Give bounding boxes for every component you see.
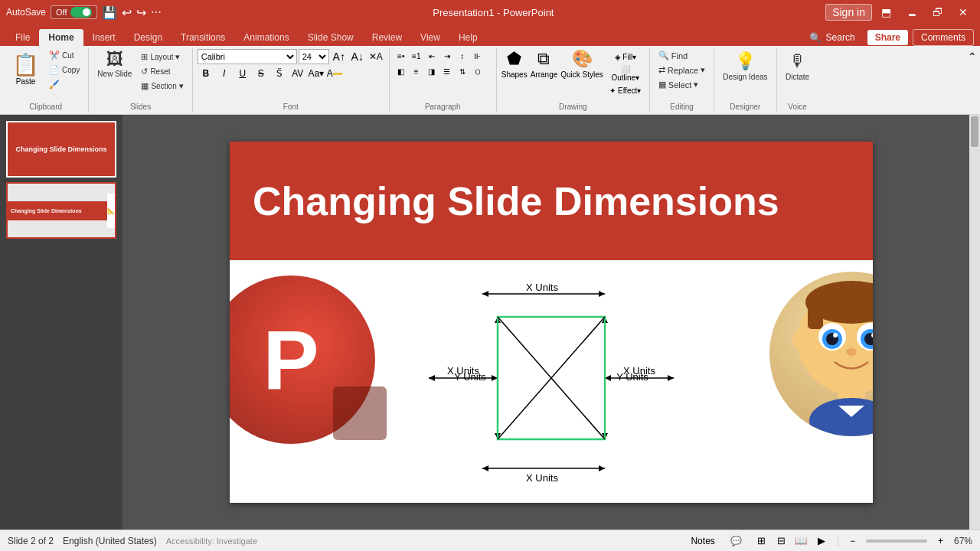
format-painter-button[interactable]: 🖌️ (45, 78, 83, 91)
tab-animations[interactable]: Animations (234, 29, 298, 46)
autosave-toggle[interactable] (70, 7, 92, 18)
tab-view[interactable]: View (411, 29, 449, 46)
layout-button[interactable]: ⊞ Layout ▾ (137, 51, 187, 64)
paragraph-label: Paragraph (425, 101, 461, 111)
section-button[interactable]: ▦ Section ▾ (137, 80, 187, 93)
titlebar-title: Presentation1 - PowerPoint (433, 7, 554, 18)
font-grow-button[interactable]: A↑ (331, 49, 348, 64)
tab-transitions[interactable]: Transitions (172, 29, 234, 46)
tab-review[interactable]: Review (363, 29, 411, 46)
tab-slideshow[interactable]: Slide Show (299, 29, 363, 46)
new-slide-button[interactable]: 🖼 New Slide (93, 49, 136, 80)
copy-button[interactable]: 📄 Copy (45, 64, 83, 77)
font-color-button[interactable]: A (326, 66, 343, 81)
dictate-button[interactable]: 🎙 Dictate (782, 49, 814, 83)
signin-button[interactable]: Sign in (825, 4, 872, 21)
normal-view-button[interactable]: ⊞ (753, 533, 771, 549)
slideshow-view-button[interactable]: ▶ (812, 533, 831, 549)
shadow-button[interactable]: S̈ (271, 66, 288, 81)
slide-sorter-button[interactable]: ⊟ (773, 533, 791, 549)
align-center-button[interactable]: ≡ (410, 64, 423, 78)
ribbon-right: 🔍 Search Share Comments (809, 29, 974, 46)
align-left-button[interactable]: ◧ (394, 64, 408, 78)
strikethrough-button[interactable]: S (253, 66, 270, 81)
svg-marker-2 (599, 291, 605, 297)
columns-button[interactable]: ⊪ (471, 49, 485, 63)
font-color-bar (333, 73, 342, 75)
design-ideas-button[interactable]: 💡 Design Ideas (719, 49, 771, 83)
reset-button[interactable]: ↺ Reset (137, 65, 187, 78)
comments-status-button[interactable]: 💬 (726, 534, 746, 548)
slide-thumb-2[interactable]: Changing Slide Dimensions 📐 (6, 182, 116, 239)
zoom-out-button[interactable]: − (845, 534, 860, 548)
bullets-button[interactable]: ≡• (394, 49, 408, 63)
tab-design[interactable]: Design (125, 29, 172, 46)
vert-scrollbar[interactable] (969, 115, 980, 530)
tab-home[interactable]: Home (39, 29, 83, 46)
more-icon[interactable]: ⋯ (151, 6, 162, 18)
search-label[interactable]: Search (826, 32, 855, 43)
minimize-button[interactable]: 🗕 (900, 5, 923, 20)
svg-rect-20 (808, 295, 823, 329)
notes-button[interactable]: Notes (686, 534, 719, 548)
character-svg (769, 272, 873, 436)
paste-button[interactable]: 📋 Paste (8, 49, 44, 91)
autosave-badge[interactable]: Off (51, 5, 96, 19)
bold-button[interactable]: B (198, 66, 214, 81)
underline-button[interactable]: U (234, 66, 251, 81)
zoom-slider[interactable] (866, 540, 927, 543)
collapse-ribbon-button[interactable]: ⌃ (968, 51, 977, 63)
clear-format-button[interactable]: ✕A (368, 49, 384, 64)
reading-view-button[interactable]: 📖 (792, 533, 811, 549)
justify-button[interactable]: ☰ (440, 64, 454, 78)
svg-marker-10 (429, 375, 435, 381)
char-space-button[interactable]: AV (289, 66, 306, 81)
align-right-button[interactable]: ◨ (425, 64, 439, 78)
line-spacing-button[interactable]: ↕ (456, 49, 469, 63)
svg-point-29 (846, 348, 857, 356)
font-family-select[interactable]: Calibri (198, 49, 297, 64)
slide-thumb-1[interactable]: Changing Slide Dimensions (6, 121, 116, 178)
italic-button[interactable]: I (216, 66, 233, 81)
svg-marker-16 (482, 465, 488, 471)
para-row1: ≡• ≡1 ⇤ ⇥ ↕ ⊪ (394, 49, 485, 63)
decrease-indent-button[interactable]: ⇤ (425, 49, 439, 63)
ribbon-tabs: File Home Insert Design Transitions Anim… (0, 24, 980, 46)
save-icon[interactable]: 💾 (102, 5, 117, 20)
increase-indent-button[interactable]: ⇥ (440, 49, 454, 63)
x-units-left-label: X Units (447, 365, 479, 377)
close-button[interactable]: ✕ (952, 5, 974, 20)
tab-help[interactable]: Help (449, 29, 487, 46)
designer-label: Designer (730, 101, 760, 111)
tab-insert[interactable]: Insert (83, 29, 125, 46)
shape-fill-button[interactable]: ◈ Fill▾ (606, 49, 645, 64)
shapes-btn[interactable]: ⬟ Shapes (501, 49, 528, 79)
canvas-area[interactable]: Changing Slide Dimensions P X (122, 115, 980, 530)
quick-styles-btn[interactable]: 🎨 Quick Styles (560, 49, 603, 79)
svg-point-31 (809, 398, 873, 436)
select-button[interactable]: ▦ Select ▾ (655, 78, 709, 91)
text-direction-button[interactable]: ⇅ (456, 64, 469, 78)
ribbon-display-button[interactable]: ⬒ (875, 5, 897, 20)
cut-button[interactable]: ✂️ Cut (45, 49, 83, 62)
numbering-button[interactable]: ≡1 (410, 49, 423, 63)
main-area: 1 Changing Slide Dimensions 2 Changing S… (0, 115, 980, 530)
font-shrink-button[interactable]: A↓ (349, 49, 366, 64)
change-case-button[interactable]: Aa▾ (308, 66, 325, 81)
restore-button[interactable]: 🗗 (926, 5, 949, 20)
font-size-select[interactable]: 24 (299, 49, 329, 64)
zoom-in-button[interactable]: + (933, 534, 948, 548)
shape-outline-button[interactable]: ⬜ Outline▾ (606, 66, 645, 81)
find-button[interactable]: 🔍 Find (655, 49, 709, 62)
scrollbar-thumb[interactable] (971, 116, 978, 147)
shape-effect-button[interactable]: ✦ Effect▾ (606, 83, 645, 98)
arrange-btn[interactable]: ⧉ Arrange (531, 49, 558, 79)
slide-thumb-2-inner: Changing Slide Dimensions 📐 (8, 184, 115, 237)
smartart-button[interactable]: ⟮⟯ (471, 64, 485, 78)
share-button[interactable]: Share (867, 30, 908, 45)
replace-button[interactable]: ⇄ Replace ▾ (655, 64, 709, 77)
undo-icon[interactable]: ↩ (122, 5, 132, 20)
comments-button[interactable]: Comments (913, 29, 974, 46)
redo-icon[interactable]: ↪ (136, 5, 146, 20)
tab-file[interactable]: File (6, 29, 39, 46)
